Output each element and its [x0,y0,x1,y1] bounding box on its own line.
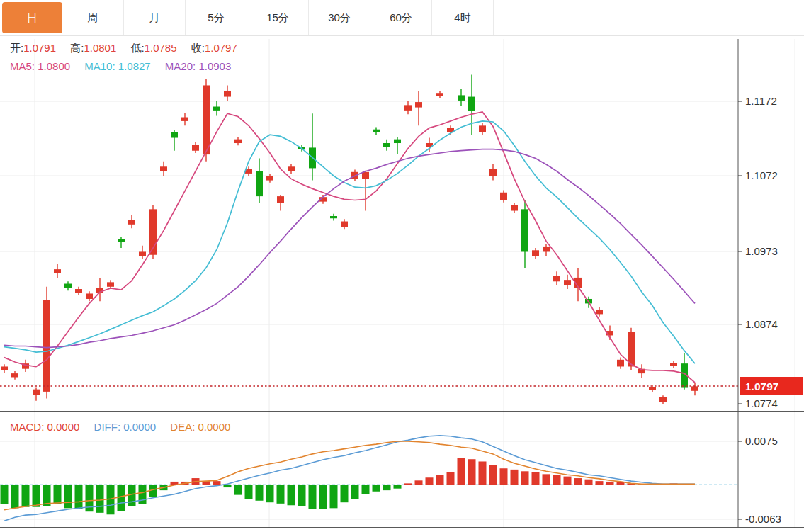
candle-body [415,102,422,108]
macd-bar [404,483,412,485]
candle-body [160,166,167,171]
tab-month[interactable]: 月 [124,0,186,35]
candle-body [33,390,40,395]
axis-tick-label: 1.0973 [745,245,778,257]
ma10-value: 1.0827 [118,60,151,72]
macd-bar [511,470,519,485]
candle-body [479,125,486,132]
macd-bar [479,461,487,485]
candle-body [394,140,401,143]
candle-body [404,105,412,111]
ma10-line [4,121,695,363]
candle-body [649,387,656,390]
last-price-badge-label: 1.0797 [745,380,778,392]
candle-body [86,293,93,299]
macd-bar [277,485,285,504]
candle-body [256,171,263,196]
macd-legend: MACD: 0.0000 DIFF: 0.0000 DEA: 0.0000 [10,421,242,433]
macd-bar [139,485,147,504]
axis-tick-label: 1.0874 [745,318,778,330]
candle-body [468,97,475,111]
macd-bar [447,472,455,485]
open-value: 1.0791 [23,42,56,54]
low-label: 低: [130,42,144,54]
macd-bar [54,485,62,504]
macd-bar [585,480,593,485]
macd-bar [298,485,306,506]
macd-bar [468,459,476,485]
candle-body [383,143,390,147]
candle-body [128,220,135,224]
candle-body [670,363,677,366]
timeframe-tabbar: 日周月5分15分30分60分4时 [0,0,804,36]
macd-bar [11,485,19,508]
tab-m15[interactable]: 15分 [247,0,309,35]
ma5-label: MA5: [10,60,35,72]
candle-body [43,300,50,392]
axis-tick-label: 1.0774 [745,397,778,409]
open-label: 开: [10,42,23,54]
tab-week[interactable]: 周 [62,0,124,35]
candle-body [564,280,571,285]
macd-bar [75,485,83,509]
candle-body [277,196,284,203]
ma10-label: MA10: [84,60,115,72]
candle-body [11,373,18,377]
macd-bar [606,482,614,485]
macd-bar [234,485,242,495]
candle-body [266,176,273,180]
ma20-label: MA20: [165,60,196,72]
macd-bar [213,481,221,485]
candle-body [139,251,146,256]
candle-body [489,169,497,176]
axis-tick-label: 1.1172 [745,95,777,107]
candle-body [203,85,210,154]
candle-body [192,145,199,151]
candle-body [224,91,231,97]
ma5-line [4,112,695,383]
candle-body [181,118,188,121]
macd-label: MACD: [10,421,44,433]
dea-label: DEA: [170,421,195,433]
tab-m5[interactable]: 5分 [186,0,247,35]
candle-body [436,93,443,96]
macd-bar [543,474,550,485]
candle-body [521,209,528,251]
candle-body [75,289,82,293]
macd-bar [489,465,497,485]
candle-body [171,132,178,138]
macd-bar [532,472,540,485]
ma20-value: 1.0903 [198,60,231,72]
ma20-line [4,149,695,348]
candle-body [617,360,624,367]
candle-body [330,216,337,218]
macd-bar [362,485,370,494]
macd-bar [256,485,264,501]
candle-body [511,205,518,211]
tab-m60[interactable]: 60分 [370,0,432,35]
macd-bar [564,477,572,485]
tab-day[interactable]: 日 [2,2,62,33]
candle-body [1,366,8,370]
tab-m30[interactable]: 30分 [309,0,370,35]
candlestick-chart[interactable]: 1.11721.10721.09731.08741.07740.0075-0.0… [0,0,804,532]
close-label: 收: [191,42,205,54]
candle-body [659,397,667,402]
close-value: 1.0797 [205,42,237,54]
macd-bar [426,477,434,485]
candle-body [373,130,380,132]
tab-h4[interactable]: 4时 [432,0,494,35]
candle-body [553,276,560,282]
axis-tick-label: 0.0075 [745,435,778,447]
diff-value: 0.0000 [123,421,156,433]
candle-body [341,222,348,227]
macd-bar [319,485,327,509]
candle-body [532,250,539,256]
macd-bar [415,480,423,485]
candle-body [234,140,242,143]
candle-body [596,310,603,314]
candle-body [458,95,465,101]
macd-bar [22,485,30,507]
high-label: 高: [70,42,84,54]
macd-bar [330,485,338,508]
